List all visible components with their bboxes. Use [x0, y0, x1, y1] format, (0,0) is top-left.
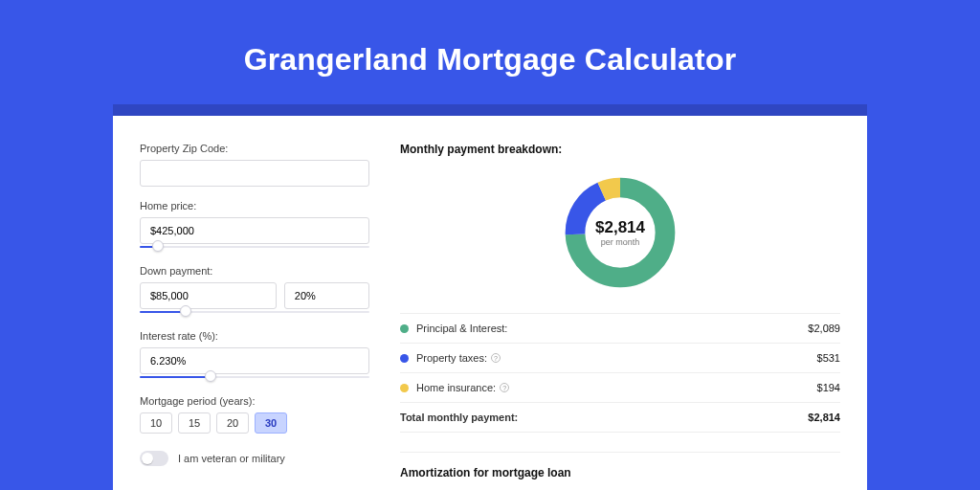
down-payment-amount-input[interactable]: [140, 282, 277, 309]
donut-chart: $2,814 per month: [561, 173, 679, 292]
hero: Grangerland Mortgage Calculator: [0, 0, 980, 104]
legend-value-insurance: $194: [817, 382, 840, 393]
down-payment-percent-input[interactable]: [284, 282, 369, 309]
home-price-label: Home price:: [140, 200, 369, 212]
info-icon[interactable]: ?: [491, 353, 501, 363]
legend-label-taxes: Property taxes: ?: [416, 352, 817, 364]
period-option-10[interactable]: 10: [140, 412, 172, 434]
interest-rate-slider[interactable]: [140, 372, 369, 382]
period-option-20[interactable]: 20: [216, 412, 249, 434]
donut-sub: per month: [601, 237, 640, 247]
legend-row-taxes: Property taxes: ?$531: [400, 344, 840, 373]
legend: Principal & Interest:$2,089Property taxe…: [400, 313, 840, 433]
veteran-toggle-label: I am veteran or military: [178, 453, 285, 464]
home-price-input[interactable]: [140, 217, 369, 244]
zip-input[interactable]: [140, 160, 369, 187]
legend-label-insurance: Home insurance: ?: [416, 382, 817, 393]
donut-zone: $2,814 per month: [400, 156, 840, 313]
home-price-slider[interactable]: [140, 242, 369, 252]
legend-label-principal: Principal & Interest:: [416, 323, 808, 334]
mortgage-period-label: Mortgage period (years):: [140, 395, 369, 407]
breakdown-column: Monthly payment breakdown: $2,814 per mo…: [400, 143, 840, 490]
period-option-15[interactable]: 15: [178, 412, 211, 434]
interest-rate-input[interactable]: [140, 347, 369, 374]
veteran-toggle[interactable]: [140, 451, 168, 466]
field-mortgage-period: Mortgage period (years): 10152030: [140, 395, 369, 434]
breakdown-title: Monthly payment breakdown:: [400, 143, 840, 156]
form-column: Property Zip Code: Home price: Down paym…: [140, 143, 369, 490]
interest-rate-label: Interest rate (%):: [140, 330, 369, 342]
down-payment-slider[interactable]: [140, 307, 369, 317]
page-title: Grangerland Mortgage Calculator: [0, 42, 980, 78]
legend-value-principal: $2,089: [808, 323, 840, 334]
legend-value-taxes: $531: [817, 352, 840, 364]
principal-dot-icon: [400, 324, 409, 333]
field-down-payment: Down payment:: [140, 265, 369, 317]
amortization-section: Amortization for mortgage loan Amortizat…: [400, 452, 840, 490]
donut-amount: $2,814: [595, 218, 645, 237]
legend-row-insurance: Home insurance: ?$194: [400, 373, 840, 403]
legend-value-total: $2,814: [808, 412, 840, 423]
insurance-dot-icon: [400, 384, 409, 392]
veteran-toggle-row: I am veteran or military: [140, 451, 369, 466]
field-zip: Property Zip Code:: [140, 143, 369, 187]
field-home-price: Home price:: [140, 200, 369, 252]
toggle-knob: [142, 453, 153, 464]
amortization-heading: Amortization for mortgage loan: [400, 466, 840, 479]
taxes-dot-icon: [400, 354, 409, 363]
field-interest-rate: Interest rate (%):: [140, 330, 369, 382]
info-icon[interactable]: ?: [500, 383, 509, 392]
legend-row-principal: Principal & Interest:$2,089: [400, 314, 840, 344]
period-options: 10152030: [140, 412, 369, 434]
period-option-30[interactable]: 30: [255, 412, 287, 434]
calculator-panel: Property Zip Code: Home price: Down paym…: [113, 116, 867, 490]
legend-row-total: Total monthly payment:$2,814: [400, 403, 840, 433]
panel-shadow: Property Zip Code: Home price: Down paym…: [113, 104, 867, 490]
zip-label: Property Zip Code:: [140, 143, 369, 154]
legend-label-total: Total monthly payment:: [400, 412, 808, 423]
down-payment-label: Down payment:: [140, 265, 369, 277]
